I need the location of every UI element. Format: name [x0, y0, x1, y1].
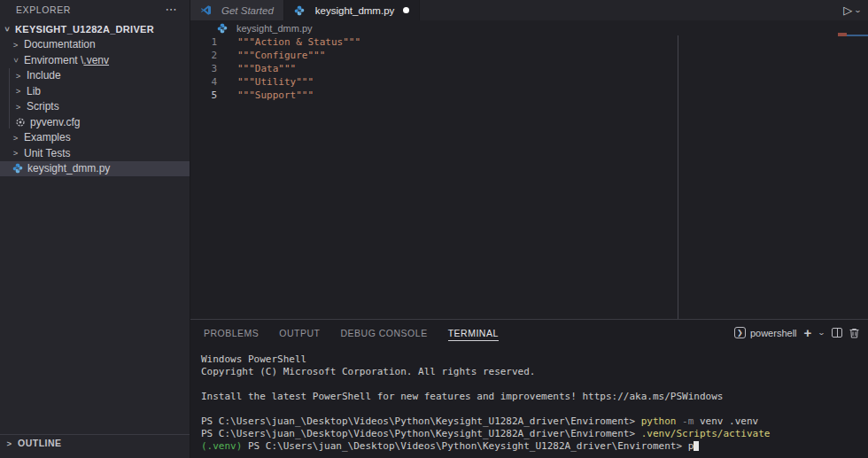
tree-item-label: pyvenv.cfg	[30, 116, 80, 128]
code-text: """Action & Status"""	[237, 35, 360, 49]
tree-item-scripts[interactable]: >Scripts	[0, 99, 190, 115]
panel-header: PROBLEMSOUTPUTDEBUG CONSOLETERMINAL ❯ po…	[190, 320, 868, 345]
tree-item-label: Enviroment \	[24, 54, 83, 66]
explorer-sidebar: EXPLORER ⋯ >KEYSIGHT_U1282A_DRIVER>Docum…	[0, 0, 190, 458]
terminal-text: Install the latest PowerShell for new fe…	[201, 391, 723, 402]
code-text: """Utility"""	[237, 75, 314, 89]
tree-item-label: KEYSIGHT_U1282A_DRIVER	[15, 24, 154, 35]
terminal-text: .venv/Scripts/activate	[641, 428, 771, 439]
terminal-line: Copyright (C) Microsoft Corporation. All…	[201, 366, 864, 378]
terminal-text: PS C:\Users\juan_\Desktop\Videos\Python\…	[201, 415, 641, 427]
terminal-line: Windows PowerShell	[201, 353, 864, 366]
tree-item-label: Unit Tests	[24, 147, 70, 159]
tree-item-enviroment[interactable]: >Enviroment \ .venv	[0, 52, 190, 68]
tree-item-label: keysight_dmm.py	[27, 162, 110, 175]
terminal-icon: ❯	[734, 327, 746, 338]
outline-section-header[interactable]: > OUTLINE	[0, 434, 190, 451]
terminal-text: -m	[682, 415, 694, 427]
tree-item-pyvenv-cfg[interactable]: pyvenv.cfg	[0, 114, 190, 130]
minimap[interactable]	[838, 33, 847, 36]
chevron-right-icon: >	[14, 86, 22, 96]
terminal-text: Windows PowerShell	[201, 353, 306, 365]
terminal-text: Copyright (C) Microsoft Corporation. All…	[201, 366, 536, 377]
vscode-icon	[200, 4, 212, 16]
line-number: 1	[190, 35, 217, 49]
new-terminal-button[interactable]: +	[804, 328, 812, 338]
panel-tab-debug-console[interactable]: DEBUG CONSOLE	[341, 320, 428, 345]
chevron-right-icon: >	[12, 148, 19, 158]
tab-keysight-dmm-py[interactable]: keysight_dmm.py	[284, 0, 420, 20]
terminal-line: PS C:\Users\juan_\Desktop\Videos\Python\…	[201, 428, 864, 440]
tree-item-suffix: .venv	[83, 54, 109, 66]
split-terminal-icon[interactable]	[832, 328, 842, 338]
tree-item-label: Scripts	[27, 100, 59, 113]
tree-item-keysight-u1282a-driver[interactable]: >KEYSIGHT_U1282A_DRIVER	[0, 21, 190, 37]
shell-selector[interactable]: powershell	[750, 328, 797, 338]
tree-item-unit-tests[interactable]: >Unit Tests	[0, 145, 190, 161]
code-text: """Data"""	[237, 62, 296, 75]
chevron-right-icon: >	[12, 40, 19, 50]
panel-tab-problems[interactable]: PROBLEMS	[204, 320, 259, 345]
chevron-right-icon: >	[12, 133, 19, 143]
chevron-down-icon: >	[3, 26, 12, 34]
run-dropdown-chevron-icon[interactable]: ⌄	[854, 6, 862, 14]
terminal-line: Install the latest PowerShell for new fe…	[201, 391, 864, 403]
code-editor[interactable]: 1"""Action & Status"""2"""Configure"""3"…	[190, 35, 868, 319]
terminal-text: PS C:\Users\juan_\Desktop\Videos\Python\…	[242, 440, 687, 452]
line-number: 2	[190, 49, 217, 62]
terminal-text: (.venv)	[201, 440, 242, 452]
breadcrumb-file: keysight_dmm.py	[236, 23, 313, 34]
breadcrumb[interactable]: keysight_dmm.py	[190, 20, 868, 35]
main-area: Get Startedkeysight_dmm.py ▷ ⌄ keysight_…	[190, 0, 868, 458]
editor-ruler	[678, 35, 678, 319]
terminal-text: venv .venv	[694, 415, 758, 427]
terminal-text: p	[688, 440, 694, 452]
explorer-title: EXPLORER	[16, 4, 71, 15]
modified-dot-icon[interactable]	[403, 7, 409, 13]
code-line: 3"""Data"""	[190, 62, 868, 75]
tree-item-label: Lib	[27, 85, 41, 97]
code-line: 1"""Action & Status"""	[190, 35, 868, 49]
tree-item-lib[interactable]: >Lib	[0, 83, 190, 99]
tree-item-keysight-dmm-py[interactable]: keysight_dmm.py	[0, 161, 190, 177]
terminal-line: PS C:\Users\juan_\Desktop\Videos\Python\…	[201, 415, 864, 428]
chevron-right-icon: >	[14, 71, 22, 81]
tree-item-label: Documentation	[24, 38, 96, 50]
file-tree: >KEYSIGHT_U1282A_DRIVER>Documentation>En…	[0, 21, 190, 176]
code-text: """Support"""	[237, 89, 314, 102]
kill-terminal-icon[interactable]	[849, 328, 859, 338]
outline-title: OUTLINE	[18, 438, 62, 448]
minimap-line	[847, 35, 868, 36]
tree-item-label: Examples	[24, 131, 71, 144]
run-button[interactable]: ▷	[843, 4, 852, 17]
panel-tab-output[interactable]: OUTPUT	[279, 320, 320, 345]
terminal-icon-glyph: ❯	[737, 329, 743, 337]
terminal-dropdown-chevron-icon[interactable]: ⌄	[818, 329, 825, 337]
terminal-output[interactable]: Windows PowerShellCopyright (C) Microsof…	[201, 353, 864, 456]
terminal-toolbar: ❯ powershell + ⌄	[734, 320, 859, 345]
chevron-right-icon: >	[14, 102, 22, 112]
panel-tabs: PROBLEMSOUTPUTDEBUG CONSOLETERMINAL	[204, 320, 499, 345]
editor-tab-bar: Get Startedkeysight_dmm.py	[190, 0, 868, 20]
code-line: 2"""Configure"""	[190, 49, 868, 62]
tree-item-include[interactable]: >Include	[0, 68, 190, 84]
python-icon	[294, 4, 306, 16]
tab-label: Get Started	[221, 5, 274, 16]
gear-icon	[14, 116, 26, 128]
python-file-icon	[216, 22, 228, 34]
tree-item-examples[interactable]: >Examples	[0, 130, 190, 146]
code-text: """Configure"""	[237, 49, 325, 62]
terminal-text: PS C:\Users\juan_\Desktop\Videos\Python\…	[201, 428, 641, 439]
tree-item-label: Include	[27, 69, 61, 82]
tree-item-documentation[interactable]: >Documentation	[0, 37, 190, 53]
code-line: 4"""Utility"""	[190, 75, 868, 89]
terminal-text: python	[641, 415, 677, 427]
terminal-cursor	[694, 441, 699, 451]
terminal-line: (.venv) PS C:\Users\juan_\Desktop\Videos…	[201, 440, 864, 453]
panel-tab-terminal[interactable]: TERMINAL	[448, 320, 499, 345]
tab-get-started[interactable]: Get Started	[190, 0, 284, 20]
chevron-down-icon: >	[12, 57, 21, 65]
tree-indent-guide	[9, 68, 10, 128]
code-line: 5"""Support"""	[190, 89, 868, 102]
more-actions-icon[interactable]: ⋯	[165, 5, 177, 14]
